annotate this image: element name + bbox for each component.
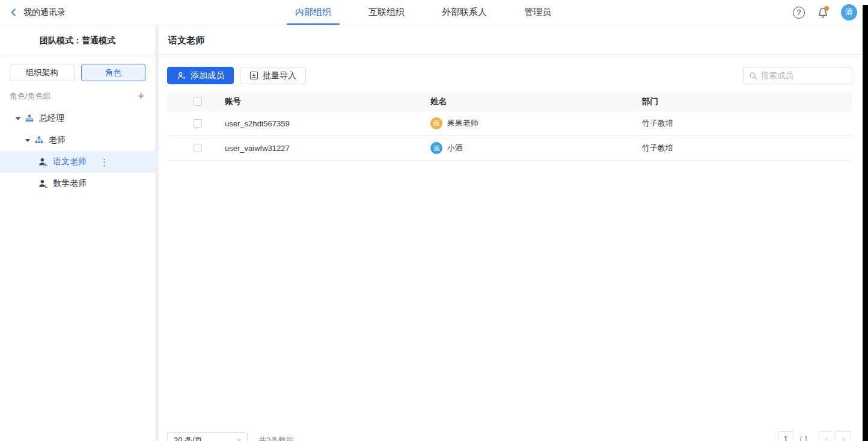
back-label: 我的通讯录 (23, 7, 66, 18)
caret-down-icon[interactable] (16, 117, 20, 120)
toolbar: 添加成员 批量导入 (167, 67, 852, 84)
row-checkbox-cell (167, 119, 225, 128)
row-checkbox[interactable] (194, 144, 202, 152)
header-department: 部门 (642, 96, 852, 107)
cell-account: user_s2hdt567359 (225, 119, 430, 128)
role-group-header: 角色/角色组 + (0, 90, 155, 102)
org-structure-button[interactable]: 组织架构 (10, 64, 75, 81)
tab-external-contacts[interactable]: 外部联系人 (433, 0, 495, 25)
cell-name: 酒 小酒 (430, 142, 642, 154)
select-all-checkbox[interactable] (194, 97, 202, 106)
current-page-input[interactable]: 1 (778, 431, 793, 441)
tree-node-math-teacher[interactable]: 数学老师 (0, 173, 155, 194)
help-icon[interactable]: ? (793, 7, 805, 19)
nav-tabs: 内部组织 互联组织 外部联系人 管理员 (287, 0, 560, 25)
add-person-icon (177, 71, 186, 81)
add-member-label: 添加成员 (191, 70, 224, 81)
batch-import-label: 批量导入 (263, 70, 296, 81)
tree-node-label: 语文老师 (53, 156, 87, 167)
search-input[interactable] (761, 71, 846, 80)
member-name: 小酒 (447, 143, 463, 153)
page-size-label: 20 条/页 (174, 435, 203, 441)
cell-name: 师 果果老师 (430, 117, 642, 129)
role-person-icon (38, 158, 47, 167)
role-group-label: 角色/角色组 (10, 91, 51, 102)
page-size-select[interactable]: 20 条/页 ∨ (167, 432, 248, 441)
row-checkbox-cell (167, 144, 225, 152)
tree-node-label: 数学老师 (53, 178, 87, 189)
user-avatar[interactable]: 酒 (841, 4, 857, 20)
search-icon (749, 72, 757, 80)
back-nav[interactable]: 我的通讯录 (9, 0, 66, 25)
tree-node-general-manager[interactable]: 总经理 (0, 108, 155, 129)
next-page-button[interactable]: › (836, 431, 851, 441)
view-switch: 组织架构 角色 (0, 64, 155, 81)
cell-account: user_vaiwfw31227 (225, 144, 430, 153)
header-name: 姓名 (430, 96, 642, 107)
member-avatar: 师 (430, 117, 442, 129)
tree-node-teacher[interactable]: 老师 (0, 129, 155, 151)
batch-import-button[interactable]: 批量导入 (240, 67, 306, 84)
topbar-actions: ? 酒 (793, 0, 857, 25)
tree-node-label: 老师 (49, 135, 66, 146)
tree-node-label: 总经理 (39, 113, 64, 124)
table-row[interactable]: user_s2hdt567359 师 果果老师 竹子教培 (167, 111, 852, 136)
team-mode-label: 团队模式：普通模式 (0, 25, 155, 55)
sidebar: 团队模式：普通模式 组织架构 角色 角色/角色组 + 总经理 老师 语文老师 (0, 25, 155, 441)
tab-label: 互联组织 (368, 7, 405, 18)
chevron-down-icon: ∨ (237, 437, 241, 441)
cell-department: 竹子教培 (642, 143, 852, 153)
topbar: 我的通讯录 内部组织 互联组织 外部联系人 管理员 ? 酒 (0, 0, 868, 25)
tab-label: 内部组织 (295, 7, 331, 18)
cell-department: 竹子教培 (642, 118, 852, 129)
right-edge-bar (863, 5, 868, 441)
row-checkbox[interactable] (194, 119, 202, 128)
prev-page-button[interactable]: ‹ (819, 431, 834, 441)
total-count-label: 共2条数据 (258, 435, 294, 441)
help-glyph: ? (797, 8, 801, 17)
table-header-row: 账号 姓名 部门 (167, 91, 852, 111)
main-panel: 语文老师 添加成员 批量导入 账号 姓名 部门 user_s2 (159, 25, 864, 441)
tree-node-chinese-teacher[interactable]: 语文老师 ⋮ (0, 151, 155, 173)
header-checkbox-cell (167, 97, 225, 106)
member-avatar: 酒 (430, 142, 442, 154)
notification-badge (824, 6, 829, 11)
org-node-icon (35, 136, 43, 144)
org-node-icon (25, 114, 34, 123)
main-title-bar: 语文老师 (159, 25, 864, 55)
header-account: 账号 (225, 96, 430, 107)
tab-admins[interactable]: 管理员 (516, 0, 560, 25)
role-tree: 总经理 老师 语文老师 ⋮ 数学老师 (0, 108, 155, 194)
notification-bell-icon[interactable] (817, 7, 829, 19)
pagination-bar: 20 条/页 ∨ 共2条数据 1 / 1 ‹ › (167, 431, 852, 441)
tab-connected-org[interactable]: 互联组织 (360, 0, 413, 25)
add-role-button[interactable]: + (138, 91, 144, 101)
address-book-app: { "topbar": { "back_label": "我的通讯录", "ta… (0, 0, 868, 441)
tab-internal-org[interactable]: 内部组织 (287, 0, 340, 25)
page-title: 语文老师 (159, 25, 864, 55)
member-name: 果果老师 (447, 118, 478, 129)
import-icon (249, 71, 258, 80)
more-actions-icon[interactable]: ⋮ (100, 158, 109, 167)
caret-down-icon[interactable] (25, 139, 30, 142)
page-count-label: / 1 (799, 434, 808, 441)
add-member-button[interactable]: 添加成员 (167, 67, 234, 84)
roles-button[interactable]: 角色 (81, 64, 146, 81)
active-tab-indicator (287, 23, 340, 25)
table-row[interactable]: user_vaiwfw31227 酒 小酒 竹子教培 (167, 136, 852, 161)
role-person-icon (38, 179, 47, 188)
tab-label: 外部联系人 (442, 7, 487, 18)
search-box[interactable] (743, 67, 852, 84)
tab-label: 管理员 (524, 7, 551, 18)
back-chevron-icon (9, 8, 18, 17)
members-table: 账号 姓名 部门 user_s2hdt567359 师 果果老师 竹子教培 us… (167, 91, 852, 161)
